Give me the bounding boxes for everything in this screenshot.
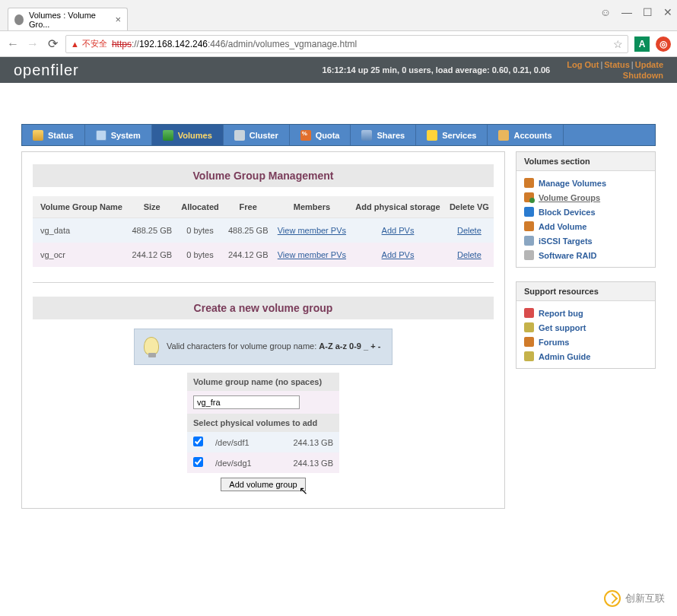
pv-select-label: Select physical volumes to add bbox=[187, 414, 339, 432]
watermark: 创新互联 bbox=[604, 590, 665, 607]
manage-volumes-icon bbox=[524, 178, 534, 188]
volumes-section-panel: Volumes section Manage Volumes Volume Gr… bbox=[516, 151, 656, 268]
table-row: vg_data 488.25 GB 0 bytes 488.25 GB View… bbox=[33, 218, 494, 243]
sidebar-item-add-volume[interactable]: Add Volume bbox=[524, 219, 647, 233]
url-text: https://192.168.142.246:446/admin/volume… bbox=[112, 39, 357, 49]
forward-button: → bbox=[26, 37, 40, 51]
raid-icon bbox=[524, 250, 534, 260]
support-icon bbox=[524, 322, 534, 332]
top-nav: Status System Volumes Cluster Quota Shar… bbox=[21, 124, 656, 146]
hint-box: Valid characters for volume group name: … bbox=[134, 329, 393, 365]
close-icon[interactable]: ✕ bbox=[663, 6, 672, 18]
pv-checkbox[interactable] bbox=[193, 457, 203, 467]
delete-vg-link[interactable]: Delete bbox=[457, 250, 482, 259]
col-size: Size bbox=[127, 196, 176, 218]
sidebar: Volumes section Manage Volumes Volume Gr… bbox=[516, 151, 656, 509]
volume-groups-icon bbox=[524, 192, 534, 202]
nav-cluster[interactable]: Cluster bbox=[224, 125, 290, 145]
volumes-icon bbox=[163, 130, 173, 141]
support-panel: Support resources Report bug Get support… bbox=[516, 281, 656, 369]
support-title: Support resources bbox=[516, 282, 655, 301]
lightbulb-icon bbox=[144, 337, 159, 355]
col-alloc: Allocated bbox=[176, 196, 224, 218]
vg-name-input[interactable] bbox=[193, 395, 300, 409]
nav-services[interactable]: Services bbox=[416, 125, 488, 145]
sidebar-item-software-raid[interactable]: Software RAID bbox=[524, 248, 647, 262]
logout-link[interactable]: Log Out bbox=[567, 60, 599, 69]
vg-name-label: Volume group name (no spaces) bbox=[187, 373, 339, 391]
add-pvs-link[interactable]: Add PVs bbox=[382, 250, 415, 259]
extension-o-icon[interactable]: ◎ bbox=[656, 37, 671, 52]
add-volume-icon bbox=[524, 221, 534, 231]
quota-icon bbox=[300, 130, 311, 141]
bug-icon bbox=[524, 308, 534, 318]
iscsi-icon bbox=[524, 236, 534, 246]
back-button[interactable]: ← bbox=[6, 37, 20, 51]
minimize-icon[interactable]: — bbox=[621, 6, 632, 18]
accounts-icon bbox=[498, 130, 509, 141]
sidebar-item-forums[interactable]: Forums bbox=[524, 335, 647, 349]
pv-row: /dev/sdg1 244.13 GB bbox=[187, 452, 339, 473]
cursor-icon: ↖ bbox=[299, 484, 308, 497]
tab-favicon bbox=[14, 14, 24, 25]
vg-mgmt-heading: Volume Group Management bbox=[33, 164, 494, 187]
sidebar-item-admin-guide[interactable]: Admin Guide bbox=[524, 349, 647, 364]
window-controls: ☺ — ☐ ✕ bbox=[600, 6, 672, 18]
nav-system[interactable]: System bbox=[85, 125, 152, 145]
extension-a-icon[interactable]: A bbox=[634, 37, 650, 52]
nav-status[interactable]: Status bbox=[22, 125, 85, 145]
shares-icon bbox=[361, 130, 372, 141]
view-members-link[interactable]: View member PVs bbox=[278, 250, 346, 259]
volumes-section-title: Volumes section bbox=[516, 152, 655, 171]
update-link[interactable]: Update bbox=[635, 60, 663, 69]
reload-button[interactable]: ⟳ bbox=[46, 37, 59, 51]
services-icon bbox=[427, 130, 437, 141]
create-vg-form: Volume group name (no spaces) Select phy… bbox=[187, 373, 339, 496]
pv-checkbox[interactable] bbox=[193, 437, 203, 446]
sidebar-item-manage-volumes[interactable]: Manage Volumes bbox=[524, 176, 647, 190]
vg-table: Volume Group Name Size Allocated Free Me… bbox=[33, 196, 494, 267]
create-vg-heading: Create a new volume group bbox=[33, 297, 494, 319]
system-status-text: 16:12:14 up 25 min, 0 users, load averag… bbox=[323, 65, 551, 75]
browser-tabstrip: Volumes : Volume Gro... × ☺ — ☐ ✕ bbox=[0, 0, 677, 31]
forums-icon bbox=[524, 337, 534, 347]
header-links: Log Out|Status|Update Shutdown bbox=[567, 59, 663, 81]
shutdown-link[interactable]: Shutdown bbox=[623, 71, 663, 80]
app-logo: openfiler bbox=[14, 62, 79, 79]
col-addphys: Add physical storage bbox=[351, 196, 445, 218]
browser-tab[interactable]: Volumes : Volume Gro... × bbox=[8, 8, 128, 30]
address-bar: ← → ⟳ ▲ 不安全 https://192.168.142.246:446/… bbox=[0, 31, 677, 57]
delete-vg-link[interactable]: Delete bbox=[457, 226, 482, 235]
maximize-icon[interactable]: ☐ bbox=[643, 6, 653, 18]
nav-shares[interactable]: Shares bbox=[351, 125, 416, 145]
sidebar-item-block-devices[interactable]: Block Devices bbox=[524, 205, 647, 219]
col-name: Volume Group Name bbox=[33, 196, 127, 218]
col-members: Members bbox=[273, 196, 351, 218]
pv-row: /dev/sdf1 244.13 GB bbox=[187, 432, 339, 452]
col-free: Free bbox=[224, 196, 273, 218]
sidebar-item-iscsi-targets[interactable]: iSCSI Targets bbox=[524, 233, 647, 248]
status-icon bbox=[33, 130, 43, 141]
col-delete: Delete VG bbox=[445, 196, 494, 218]
url-input[interactable]: ▲ 不安全 https://192.168.142.246:446/admin/… bbox=[65, 35, 628, 53]
app-header: openfiler 16:12:14 up 25 min, 0 users, l… bbox=[0, 57, 677, 83]
nav-volumes[interactable]: Volumes bbox=[152, 125, 224, 145]
user-icon[interactable]: ☺ bbox=[600, 6, 611, 18]
tab-title: Volumes : Volume Gro... bbox=[29, 11, 106, 29]
block-devices-icon bbox=[524, 207, 534, 217]
status-link[interactable]: Status bbox=[604, 60, 630, 69]
bookmark-icon[interactable]: ☆ bbox=[613, 38, 623, 50]
add-pvs-link[interactable]: Add PVs bbox=[382, 226, 415, 235]
watermark-icon bbox=[604, 590, 621, 607]
sidebar-item-volume-groups[interactable]: Volume Groups bbox=[524, 190, 647, 205]
main-content: Volume Group Management Volume Group Nam… bbox=[21, 151, 505, 509]
nav-accounts[interactable]: Accounts bbox=[488, 125, 563, 145]
tab-close-icon[interactable]: × bbox=[115, 14, 121, 25]
system-icon bbox=[96, 130, 106, 141]
sidebar-item-get-support[interactable]: Get support bbox=[524, 320, 647, 335]
sidebar-item-report-bug[interactable]: Report bug bbox=[524, 306, 647, 320]
guide-icon bbox=[524, 351, 534, 361]
nav-quota[interactable]: Quota bbox=[290, 125, 351, 145]
view-members-link[interactable]: View member PVs bbox=[278, 226, 346, 235]
add-volume-group-button[interactable]: Add volume group↖ bbox=[221, 478, 305, 491]
